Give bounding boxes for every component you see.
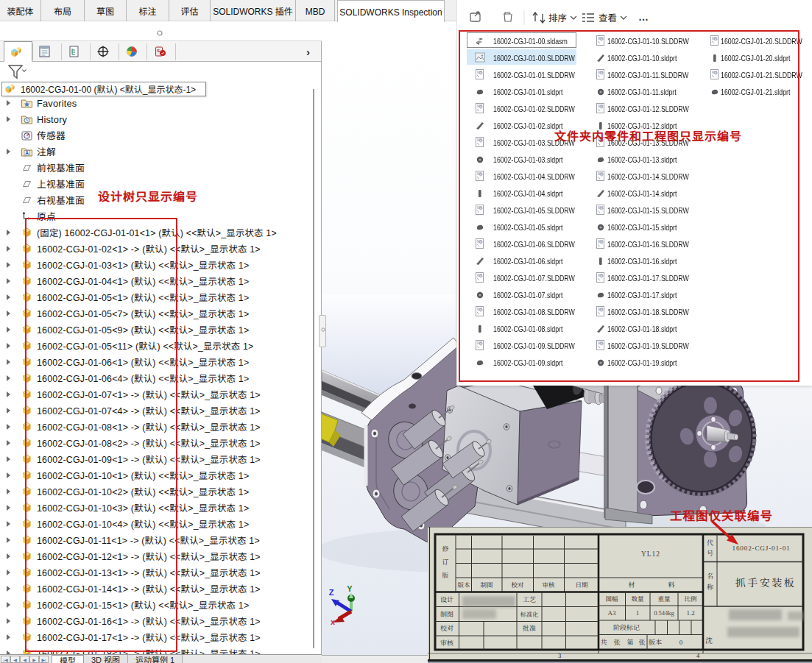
svg-text:标准化: 标准化 <box>520 610 539 618</box>
svg-text:0.544kg: 0.544kg <box>654 608 674 617</box>
svg-text:Z: Z <box>329 588 334 597</box>
svg-text:Y: Y <box>347 585 353 593</box>
svg-text:工艺: 工艺 <box>523 595 536 604</box>
svg-text:1.2: 1.2 <box>686 608 694 617</box>
svg-text:图幅: 图幅 <box>605 594 618 603</box>
svg-text:号: 号 <box>707 548 713 558</box>
svg-text:…: … <box>638 9 649 24</box>
svg-text:张: 张 <box>613 637 620 647</box>
svg-text:阶段标记: 阶段标记 <box>613 623 640 632</box>
svg-text:版本: 版本 <box>457 580 470 589</box>
svg-text:设计: 设计 <box>440 595 453 604</box>
svg-text:第: 第 <box>626 637 633 647</box>
svg-text:名: 名 <box>707 571 713 581</box>
svg-text:日期: 日期 <box>575 580 588 589</box>
svg-text:审核: 审核 <box>440 638 454 648</box>
svg-text:修: 修 <box>442 544 449 553</box>
svg-text:工程图仅关联编号: 工程图仅关联编号 <box>670 506 773 524</box>
svg-text:比例: 比例 <box>684 594 697 603</box>
svg-text:16002-CGJ-01-01: 16002-CGJ-01-01 <box>732 542 791 553</box>
svg-text:0: 0 <box>679 637 683 647</box>
svg-text:A3: A3 <box>608 608 616 617</box>
svg-text:代: 代 <box>707 538 713 547</box>
svg-text:查看: 查看 <box>599 10 617 24</box>
svg-text:张: 张 <box>638 637 645 647</box>
svg-text:x: x <box>331 617 336 626</box>
svg-text:数量: 数量 <box>631 594 644 603</box>
svg-text:校对: 校对 <box>511 580 524 589</box>
svg-text:校对: 校对 <box>440 623 453 633</box>
svg-text:抓手安装板: 抓手安装板 <box>735 575 797 589</box>
svg-text:批准: 批准 <box>523 623 536 633</box>
svg-text:订: 订 <box>442 557 449 567</box>
svg-text:沈: 沈 <box>705 634 713 645</box>
svg-text:YL12: YL12 <box>641 548 660 559</box>
svg-text:重量: 重量 <box>657 594 671 603</box>
svg-text:审核: 审核 <box>542 580 555 589</box>
svg-text:排序: 排序 <box>548 10 567 24</box>
svg-text:1: 1 <box>636 608 640 617</box>
svg-text:称: 称 <box>707 582 714 592</box>
svg-text:版: 版 <box>442 570 449 580</box>
svg-text:料: 料 <box>668 580 674 589</box>
svg-text:制图: 制图 <box>480 580 493 589</box>
svg-text:制图: 制图 <box>440 609 453 619</box>
svg-text:3: 3 <box>558 650 561 659</box>
svg-text:S: S <box>157 49 160 53</box>
svg-text:共: 共 <box>600 637 607 647</box>
svg-text:版本: 版本 <box>649 637 662 647</box>
svg-text:材: 材 <box>628 580 635 589</box>
